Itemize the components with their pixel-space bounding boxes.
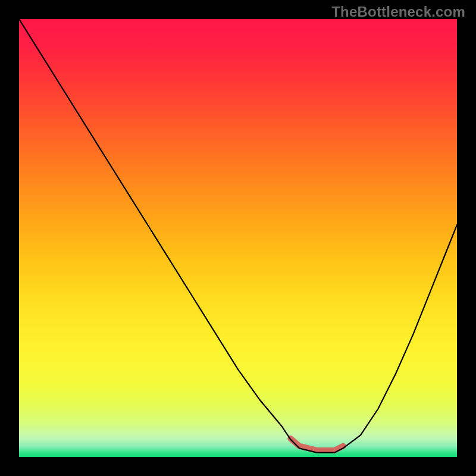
gradient-background — [19, 19, 457, 457]
chart-frame — [19, 19, 457, 457]
bottleneck-chart — [19, 19, 457, 457]
watermark-text: TheBottleneck.com — [331, 4, 465, 20]
